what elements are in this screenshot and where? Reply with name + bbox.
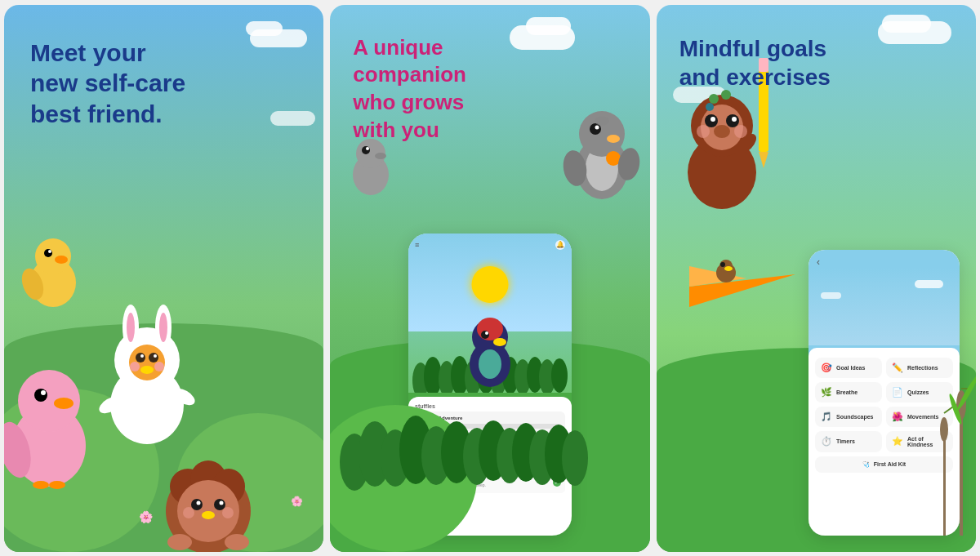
feature-timers: ⏱️ Timers: [815, 431, 882, 452]
svg-point-77: [479, 349, 501, 379]
phone-sun: [471, 266, 508, 303]
cloud-p3-2: [882, 15, 931, 33]
reeds: [927, 389, 976, 536]
svg-point-39: [183, 507, 194, 518]
svg-point-24: [154, 354, 157, 358]
svg-point-37: [197, 500, 201, 505]
svg-point-115: [706, 103, 714, 111]
svg-point-61: [375, 153, 386, 159]
svg-point-10: [54, 398, 74, 409]
svg-point-22: [149, 353, 158, 363]
panel-3-title: Mindful goals and exercises: [679, 34, 831, 91]
svg-point-4: [55, 256, 68, 264]
act-kindness-icon: ⭐: [892, 436, 903, 447]
svg-point-13: [49, 481, 65, 489]
timers-icon: ⏱️: [821, 436, 832, 447]
svg-point-109: [732, 117, 737, 122]
svg-point-43: [225, 534, 249, 550]
svg-point-3: [48, 250, 51, 253]
svg-point-113: [709, 94, 719, 104]
svg-point-9: [41, 390, 46, 395]
cloud-2: [246, 21, 283, 36]
svg-point-12: [33, 481, 49, 489]
svg-point-40: [222, 507, 234, 518]
p3-sky: [808, 268, 960, 345]
svg-point-108: [710, 117, 715, 122]
svg-point-110: [714, 125, 730, 138]
feature-soundscapes: 🎵 Soundscapes: [815, 407, 882, 427]
svg-point-111: [697, 125, 710, 138]
panel-companion: A unique companion who grows with you: [330, 5, 649, 552]
first-aid-icon: 🩺: [862, 461, 870, 468]
yellow-bird-char: [20, 225, 86, 315]
p3-sky-cloud2: [821, 292, 841, 299]
svg-point-42: [167, 534, 192, 550]
panel-mindful: Mindful goals and exercises: [657, 5, 976, 552]
svg-point-56: [562, 430, 588, 486]
menu-icon: ≡: [415, 241, 419, 249]
svg-point-25: [130, 362, 140, 371]
svg-point-23: [140, 354, 144, 358]
svg-marker-100: [759, 152, 768, 168]
plane-char: [681, 242, 804, 331]
svg-point-38: [220, 500, 224, 505]
svg-point-35: [191, 499, 203, 510]
quizzes-icon: 📄: [892, 387, 903, 398]
title-line4: with you: [353, 118, 439, 142]
soundscapes-label: Soundscapes: [836, 414, 874, 420]
svg-point-60: [366, 147, 369, 150]
quizzes-label: Quizzes: [907, 389, 929, 395]
goal-ideas-icon: 🎯: [821, 363, 832, 373]
svg-point-121: [720, 262, 725, 267]
svg-point-67: [595, 116, 609, 126]
svg-point-112: [734, 125, 747, 138]
svg-point-18: [127, 313, 135, 342]
svg-point-74: [477, 318, 503, 340]
phone-header: ≡ 🔔: [408, 234, 572, 253]
app-container: Meet your new self-care best friend.: [4, 5, 976, 552]
svg-point-90: [551, 358, 568, 393]
cloud-p2-2: [526, 17, 571, 35]
svg-point-68: [607, 135, 620, 143]
svg-point-76: [485, 331, 488, 335]
svg-point-8: [34, 389, 47, 402]
bunny-char: [90, 291, 204, 454]
p3-sky-cloud: [915, 280, 943, 288]
svg-rect-93: [943, 429, 946, 536]
panel-2-title: A unique companion who grows with you: [353, 34, 466, 145]
timers-label: Timers: [836, 438, 855, 444]
svg-point-1: [35, 238, 71, 274]
flower-1: 🌸: [139, 510, 153, 523]
trees-p2: [330, 397, 591, 503]
panel-1-title: Meet your new self-care best friend.: [30, 38, 185, 130]
svg-point-59: [362, 146, 370, 154]
breathe-label: Breathe: [836, 389, 858, 395]
soundscapes-icon: 🎵: [821, 411, 832, 422]
svg-point-21: [136, 353, 145, 363]
panel-meet: Meet your new self-care best friend.: [4, 5, 323, 552]
feature-reflections: ✏️ Reflections: [886, 358, 953, 378]
notif-icon: 🔔: [555, 240, 565, 250]
brown-char: [159, 446, 257, 552]
title-line3: who grows: [353, 90, 464, 114]
red-bird-phone: [457, 311, 523, 393]
feature-goal-ideas: 🎯 Goal Ideas: [815, 358, 882, 378]
first-aid-label: First Aid Kit: [874, 461, 906, 467]
pink-bird-char: [4, 340, 98, 503]
goal-ideas-label: Goal Ideas: [836, 365, 865, 371]
back-arrow-icon: ‹: [817, 256, 820, 268]
svg-point-66: [595, 125, 599, 129]
svg-point-19: [159, 313, 167, 342]
svg-point-41: [202, 511, 215, 519]
title-line1: A unique: [353, 35, 443, 60]
reflections-label: Reflections: [907, 365, 938, 371]
cloud-3: [270, 111, 315, 126]
flower-2: 🌸: [291, 496, 303, 507]
svg-point-94: [940, 417, 948, 442]
svg-point-2: [44, 249, 52, 257]
svg-rect-91: [960, 405, 963, 536]
svg-point-36: [214, 499, 225, 510]
svg-point-78: [493, 338, 506, 346]
feature-breathe: 🌿 Breathe: [815, 382, 882, 403]
reflections-icon: ✏️: [892, 363, 903, 373]
